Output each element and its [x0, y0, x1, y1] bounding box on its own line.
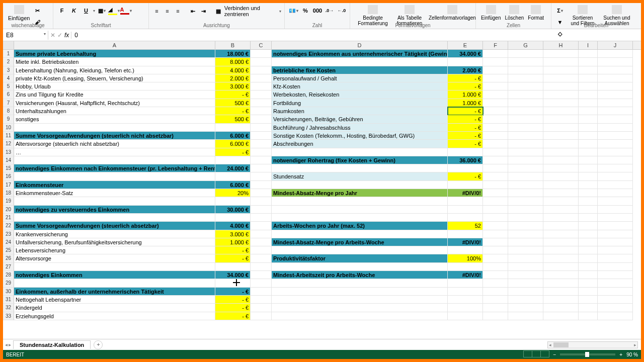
col-header-E[interactable]: E	[448, 41, 483, 49]
cell[interactable]	[448, 214, 483, 222]
row-header[interactable]: 7	[3, 99, 14, 107]
cell[interactable]	[272, 148, 448, 156]
cell[interactable]: sonstiges	[14, 115, 215, 123]
delete-cells-button[interactable]: Löschen	[503, 4, 526, 22]
cell[interactable]: Lebenshaltung (Nahrung, Kleidung, Telefo…	[14, 66, 215, 74]
cell[interactable]: - €	[448, 107, 483, 115]
row-header[interactable]: 13	[3, 148, 14, 156]
cell[interactable]: - €	[215, 296, 251, 304]
cell[interactable]	[598, 214, 633, 222]
cell[interactable]	[508, 230, 543, 238]
cell[interactable]	[543, 246, 579, 254]
cell[interactable]: #DIV/0!	[448, 189, 483, 197]
cell[interactable]	[579, 99, 598, 107]
cell[interactable]	[598, 254, 633, 262]
cell[interactable]	[579, 288, 598, 296]
cell[interactable]	[579, 279, 598, 287]
cell[interactable]: - €	[215, 107, 251, 115]
cell[interactable]: - €	[215, 304, 251, 312]
cell[interactable]	[448, 246, 483, 254]
cell[interactable]	[251, 304, 272, 312]
cell[interactable]	[483, 206, 508, 214]
cell[interactable]	[579, 156, 598, 164]
cell[interactable]	[508, 172, 543, 180]
cell[interactable]	[251, 288, 272, 296]
tab-nav-first[interactable]: ◂	[5, 342, 8, 347]
cell[interactable]: 3.000 €	[215, 230, 251, 238]
cell[interactable]	[272, 197, 448, 205]
cell[interactable]: Unterhaltszahlungen	[14, 107, 215, 115]
cell[interactable]	[483, 197, 508, 205]
cell[interactable]	[598, 238, 633, 246]
cell[interactable]: - €	[215, 288, 251, 296]
row-header[interactable]: 8	[3, 107, 14, 115]
cell[interactable]	[598, 288, 633, 296]
cell[interactable]	[448, 304, 483, 312]
fx-button[interactable]: fx	[64, 32, 69, 39]
cell[interactable]: - €	[448, 124, 483, 132]
font-color-button[interactable]: A▾	[120, 5, 131, 16]
cell[interactable]: Altersvorsorge	[14, 254, 215, 262]
cell[interactable]	[579, 214, 598, 222]
tab-nav-prev[interactable]: ▸	[9, 342, 11, 347]
view-buttons[interactable]	[524, 350, 549, 358]
cell[interactable]	[508, 288, 543, 296]
cell[interactable]	[579, 254, 598, 262]
cell[interactable]: Krankenversicherung	[14, 230, 215, 238]
cell[interactable]	[579, 82, 598, 90]
row-header[interactable]: 14	[3, 156, 14, 164]
cell[interactable]	[543, 124, 579, 132]
cell[interactable]	[508, 222, 543, 230]
cell[interactable]	[598, 172, 633, 180]
merge-icon[interactable]: ▦	[214, 6, 223, 17]
cell[interactable]	[251, 50, 272, 58]
cell[interactable]	[448, 296, 483, 304]
cell[interactable]	[483, 238, 508, 246]
row-header[interactable]: 6	[3, 90, 14, 99]
cell[interactable]	[543, 58, 579, 66]
cell[interactable]: - €	[215, 312, 251, 320]
cell[interactable]	[543, 140, 579, 148]
cell[interactable]	[251, 197, 272, 205]
cell[interactable]	[251, 148, 272, 156]
col-header-H[interactable]: H	[543, 41, 579, 49]
cell[interactable]	[251, 206, 272, 214]
cell[interactable]	[483, 115, 508, 123]
cell[interactable]	[508, 181, 543, 189]
cell[interactable]	[543, 288, 579, 296]
cancel-formula-button[interactable]: ✕	[50, 32, 55, 39]
percent-button[interactable]: %	[300, 5, 311, 16]
cell[interactable]	[598, 82, 633, 90]
cell[interactable]: 34.000 €	[215, 271, 251, 279]
cell[interactable]: 1.000 €	[448, 99, 483, 107]
cell[interactable]	[14, 172, 215, 180]
merge-center-button[interactable]: Verbinden und zentrieren	[224, 5, 278, 17]
row-header[interactable]: 19	[3, 197, 14, 205]
cell[interactable]	[598, 271, 633, 279]
cell[interactable]	[508, 304, 543, 312]
cell[interactable]	[272, 296, 448, 304]
cell[interactable]	[543, 82, 579, 90]
cell[interactable]	[543, 66, 579, 74]
cell[interactable]	[579, 197, 598, 205]
cell[interactable]	[579, 222, 598, 230]
cell[interactable]	[543, 156, 579, 164]
col-header-A[interactable]: A	[14, 41, 215, 49]
col-header-B[interactable]: B	[215, 41, 251, 49]
cell[interactable]	[579, 246, 598, 254]
row-header[interactable]: 2	[3, 58, 14, 66]
format-cells-button[interactable]: Format	[526, 4, 546, 22]
cell[interactable]	[543, 214, 579, 222]
cell[interactable]	[543, 312, 579, 320]
cell[interactable]	[579, 189, 598, 197]
row-header[interactable]: 22	[3, 222, 14, 230]
cell[interactable]	[598, 230, 633, 238]
thousands-button[interactable]: 000	[312, 5, 323, 16]
insert-cells-button[interactable]: Einfügen	[479, 4, 503, 22]
cell[interactable]: Miete inkl. Betriebskosten	[14, 58, 215, 66]
cell[interactable]	[448, 58, 483, 66]
cell[interactable]	[251, 254, 272, 262]
col-header-F[interactable]: F	[483, 41, 508, 49]
cell[interactable]: Unfallversicherung, Berufsunfähigkeitsve…	[14, 238, 215, 246]
cell[interactable]	[579, 304, 598, 312]
